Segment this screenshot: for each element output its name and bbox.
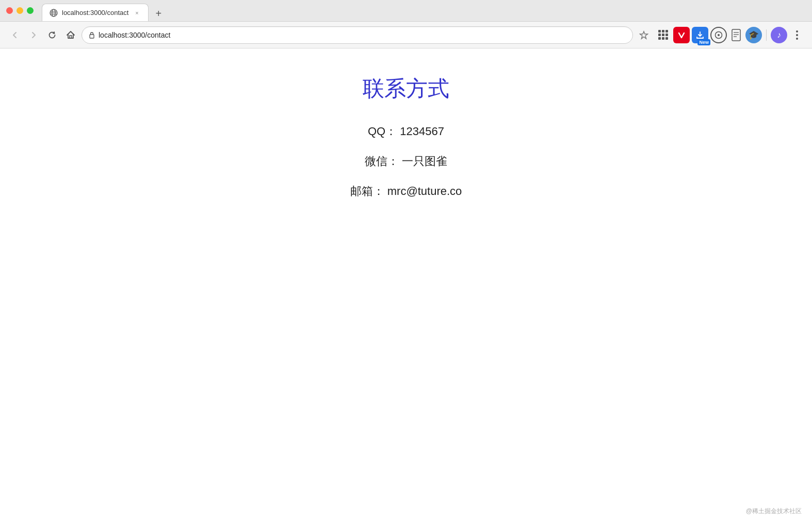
- wechat-value: 一只图雀: [402, 155, 447, 168]
- ext-music-button[interactable]: ♪: [771, 27, 787, 43]
- kebab-dot-3: [796, 38, 798, 40]
- new-badge: New: [697, 39, 710, 45]
- tab-close-button[interactable]: ×: [133, 9, 141, 17]
- email-label: 邮箱：: [350, 185, 384, 198]
- page-icon: [731, 29, 741, 41]
- wechat-item: 微信： 一只图雀: [365, 154, 447, 169]
- extension-icons: New 🎓 ♪: [655, 27, 805, 43]
- ext-badge-button[interactable]: [673, 27, 690, 43]
- star-icon: [639, 30, 648, 40]
- address-text: localhost:3000/contact: [99, 31, 626, 39]
- qq-item: QQ： 1234567: [368, 124, 444, 139]
- qq-label: QQ：: [368, 125, 397, 138]
- kebab-dot-1: [796, 30, 798, 32]
- circle-icon: [714, 31, 723, 39]
- svg-marker-7: [640, 31, 648, 39]
- ext-circle-button[interactable]: [710, 27, 727, 43]
- svg-rect-10: [732, 29, 740, 41]
- grid-icon: [658, 30, 668, 40]
- ext-page-button[interactable]: [729, 27, 743, 43]
- reload-button[interactable]: [44, 27, 60, 43]
- bookmark-button[interactable]: [636, 27, 652, 43]
- nav-divider: [766, 29, 767, 41]
- svg-rect-6: [90, 35, 94, 38]
- forward-button[interactable]: [26, 27, 41, 43]
- svg-rect-5: [70, 36, 72, 38]
- watermark: @稀土掘金技术社区: [746, 507, 802, 516]
- email-item: 邮箱： mrc@tuture.co: [350, 184, 462, 199]
- tab-url: localhost:3000/contact: [62, 9, 128, 17]
- page-content: 联系方式 QQ： 1234567 微信： 一只图雀 邮箱： mrc@tuture…: [0, 48, 812, 526]
- contact-info: QQ： 1234567 微信： 一只图雀 邮箱： mrc@tuture.co: [350, 124, 462, 199]
- extensions-button[interactable]: [655, 27, 671, 43]
- v-icon: [677, 30, 686, 40]
- svg-point-9: [718, 34, 720, 36]
- home-button[interactable]: [63, 27, 78, 43]
- qq-value: 1234567: [400, 125, 444, 138]
- back-icon: [10, 30, 20, 40]
- active-tab[interactable]: localhost:3000/contact ×: [42, 4, 149, 21]
- address-bar[interactable]: localhost:3000/contact: [82, 26, 633, 44]
- lock-icon: [88, 31, 95, 39]
- tab-bar: localhost:3000/contact × +: [42, 0, 806, 21]
- title-bar: localhost:3000/contact × +: [0, 0, 812, 22]
- ext-hat-button[interactable]: 🎓: [745, 27, 762, 43]
- forward-icon: [29, 30, 38, 40]
- wechat-label: 微信：: [365, 155, 399, 168]
- maximize-button[interactable]: [27, 7, 34, 14]
- nav-bar: localhost:3000/contact: [0, 22, 812, 48]
- email-value: mrc@tuture.co: [387, 185, 462, 198]
- minimize-button[interactable]: [17, 7, 23, 14]
- back-button[interactable]: [7, 27, 23, 43]
- home-icon: [66, 30, 75, 40]
- page-title: 联系方式: [363, 74, 449, 103]
- ext-new-button[interactable]: New: [692, 27, 708, 43]
- kebab-dot-2: [796, 34, 798, 36]
- globe-icon: [50, 9, 58, 17]
- new-tab-button[interactable]: +: [151, 6, 166, 21]
- download-icon: [695, 30, 705, 40]
- reload-icon: [47, 30, 57, 40]
- traffic-lights: [6, 7, 34, 14]
- close-button[interactable]: [6, 7, 13, 14]
- menu-button[interactable]: [789, 27, 805, 43]
